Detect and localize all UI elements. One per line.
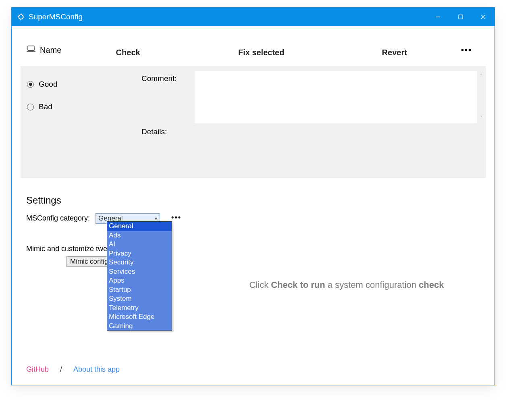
scroll-down-icon[interactable]: ˅ (480, 115, 482, 121)
category-label: MSConfig category: (26, 213, 90, 223)
radio-bad-label: Bad (39, 102, 52, 111)
toolbar-more-button[interactable]: ••• (461, 46, 474, 55)
dropdown-option[interactable]: Security (107, 258, 172, 267)
dropdown-option[interactable]: Gaming (107, 322, 172, 331)
dropdown-option[interactable]: System (107, 294, 172, 304)
dropdown-option[interactable]: Microsoft Edge (107, 312, 172, 322)
revert-button[interactable]: Revert (328, 48, 461, 57)
comment-scrollbar[interactable]: ˄ ˅ (477, 71, 486, 123)
category-more-button[interactable]: ••• (171, 213, 181, 222)
svg-rect-2 (459, 15, 463, 19)
comment-label: Comment: (141, 74, 177, 83)
placeholder-message: Click Check to run a system configuratio… (249, 280, 444, 290)
scroll-up-icon[interactable]: ˄ (480, 73, 482, 79)
about-link[interactable]: About this app (73, 365, 120, 374)
settings-heading: Settings (26, 195, 188, 206)
close-button[interactable] (472, 8, 495, 26)
minimize-button[interactable] (427, 8, 449, 26)
laptop-icon (26, 45, 36, 55)
chevron-down-icon: ▾ (155, 216, 157, 221)
radio-good-label: Good (39, 80, 57, 89)
details-label: Details: (141, 127, 167, 136)
main-content-panel: Click Check to run a system configuratio… (208, 192, 486, 378)
category-dropdown[interactable]: General Ads AI Privacy Security Services… (107, 221, 172, 331)
window-title: SuperMSConfig (29, 12, 83, 21)
dropdown-option[interactable]: Apps (107, 276, 172, 285)
footer-separator: / (60, 365, 62, 374)
titlebar: SuperMSConfig (12, 8, 495, 26)
status-area: Good Bad Comment: Details: ˄ ˅ (21, 66, 486, 178)
settings-panel: Settings MSConfig category: General ▾ ••… (21, 192, 194, 378)
dropdown-option[interactable]: AI (107, 240, 172, 249)
dropdown-option[interactable]: General (107, 222, 172, 231)
comment-textarea[interactable] (195, 71, 482, 123)
github-link[interactable]: GitHub (26, 365, 49, 374)
app-logo-icon (17, 12, 25, 21)
mimic-config-button[interactable]: Mimic config (66, 256, 112, 267)
svg-rect-5 (28, 46, 34, 50)
maximize-button[interactable] (449, 8, 472, 26)
dropdown-option[interactable]: Startup (107, 285, 172, 295)
dropdown-option[interactable]: Privacy (107, 249, 172, 258)
fix-selected-button[interactable]: Fix selected (195, 48, 328, 57)
dropdown-option[interactable]: Services (107, 267, 172, 277)
dropdown-option[interactable]: Telemetry (107, 304, 172, 313)
name-header: Name (40, 46, 61, 55)
main-toolbar: Name Check Fix selected Revert ••• (21, 35, 486, 66)
app-window: SuperMSConfig Name Check Fix selected Re… (11, 7, 495, 385)
check-button[interactable]: Check (61, 48, 195, 57)
dropdown-option[interactable]: Ads (107, 231, 172, 240)
